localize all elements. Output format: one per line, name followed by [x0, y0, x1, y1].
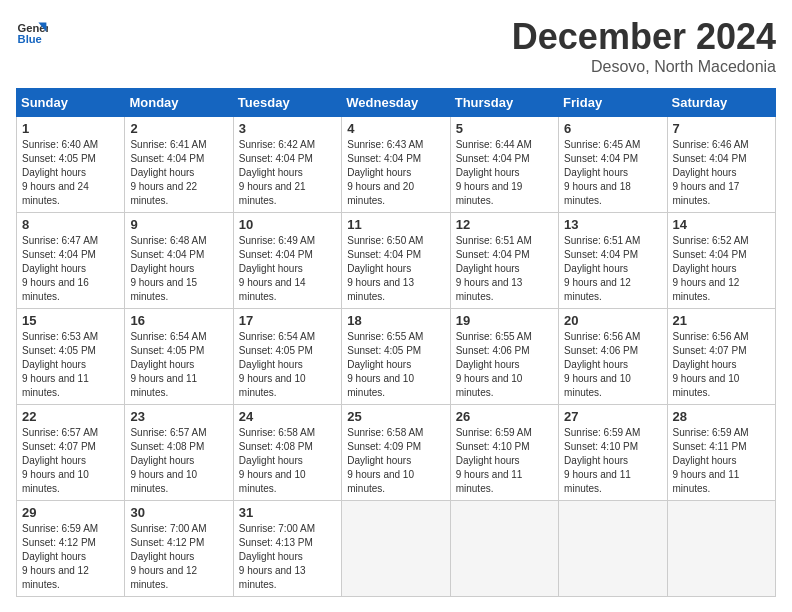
day-number: 4 — [347, 121, 444, 136]
cell-info: Sunrise: 6:49 AMSunset: 4:04 PMDaylight … — [239, 235, 315, 302]
col-friday: Friday — [559, 89, 667, 117]
cell-info: Sunrise: 6:53 AMSunset: 4:05 PMDaylight … — [22, 331, 98, 398]
week-row-1: 1 Sunrise: 6:40 AMSunset: 4:05 PMDayligh… — [17, 117, 776, 213]
day-number: 10 — [239, 217, 336, 232]
day-cell-11: 11 Sunrise: 6:50 AMSunset: 4:04 PMDaylig… — [342, 213, 450, 309]
cell-info: Sunrise: 7:00 AMSunset: 4:13 PMDaylight … — [239, 523, 315, 590]
day-cell-15: 15 Sunrise: 6:53 AMSunset: 4:05 PMDaylig… — [17, 309, 125, 405]
svg-text:Blue: Blue — [18, 33, 42, 45]
day-cell-20: 20 Sunrise: 6:56 AMSunset: 4:06 PMDaylig… — [559, 309, 667, 405]
day-cell-10: 10 Sunrise: 6:49 AMSunset: 4:04 PMDaylig… — [233, 213, 341, 309]
day-cell-30: 30 Sunrise: 7:00 AMSunset: 4:12 PMDaylig… — [125, 501, 233, 597]
day-cell-29: 29 Sunrise: 6:59 AMSunset: 4:12 PMDaylig… — [17, 501, 125, 597]
cell-info: Sunrise: 6:48 AMSunset: 4:04 PMDaylight … — [130, 235, 206, 302]
day-number: 25 — [347, 409, 444, 424]
cell-info: Sunrise: 6:42 AMSunset: 4:04 PMDaylight … — [239, 139, 315, 206]
cell-info: Sunrise: 6:59 AMSunset: 4:10 PMDaylight … — [564, 427, 640, 494]
day-number: 22 — [22, 409, 119, 424]
day-number: 14 — [673, 217, 770, 232]
col-wednesday: Wednesday — [342, 89, 450, 117]
month-year: December 2024 — [512, 16, 776, 58]
day-number: 20 — [564, 313, 661, 328]
empty-cell — [450, 501, 558, 597]
cell-info: Sunrise: 6:58 AMSunset: 4:08 PMDaylight … — [239, 427, 315, 494]
day-number: 8 — [22, 217, 119, 232]
day-cell-13: 13 Sunrise: 6:51 AMSunset: 4:04 PMDaylig… — [559, 213, 667, 309]
cell-info: Sunrise: 6:54 AMSunset: 4:05 PMDaylight … — [130, 331, 206, 398]
cell-info: Sunrise: 6:43 AMSunset: 4:04 PMDaylight … — [347, 139, 423, 206]
day-number: 24 — [239, 409, 336, 424]
day-number: 17 — [239, 313, 336, 328]
empty-cell — [667, 501, 775, 597]
col-thursday: Thursday — [450, 89, 558, 117]
cell-info: Sunrise: 7:00 AMSunset: 4:12 PMDaylight … — [130, 523, 206, 590]
col-monday: Monday — [125, 89, 233, 117]
day-number: 27 — [564, 409, 661, 424]
title-area: December 2024 Desovo, North Macedonia — [512, 16, 776, 76]
calendar-table: Sunday Monday Tuesday Wednesday Thursday… — [16, 88, 776, 597]
day-number: 30 — [130, 505, 227, 520]
day-number: 3 — [239, 121, 336, 136]
day-cell-22: 22 Sunrise: 6:57 AMSunset: 4:07 PMDaylig… — [17, 405, 125, 501]
day-cell-7: 7 Sunrise: 6:46 AMSunset: 4:04 PMDayligh… — [667, 117, 775, 213]
day-number: 29 — [22, 505, 119, 520]
col-saturday: Saturday — [667, 89, 775, 117]
day-cell-24: 24 Sunrise: 6:58 AMSunset: 4:08 PMDaylig… — [233, 405, 341, 501]
week-row-5: 29 Sunrise: 6:59 AMSunset: 4:12 PMDaylig… — [17, 501, 776, 597]
week-row-4: 22 Sunrise: 6:57 AMSunset: 4:07 PMDaylig… — [17, 405, 776, 501]
day-number: 5 — [456, 121, 553, 136]
header: General Blue December 2024 Desovo, North… — [16, 16, 776, 76]
empty-cell — [342, 501, 450, 597]
day-cell-14: 14 Sunrise: 6:52 AMSunset: 4:04 PMDaylig… — [667, 213, 775, 309]
day-cell-4: 4 Sunrise: 6:43 AMSunset: 4:04 PMDayligh… — [342, 117, 450, 213]
empty-cell — [559, 501, 667, 597]
day-number: 26 — [456, 409, 553, 424]
day-cell-26: 26 Sunrise: 6:59 AMSunset: 4:10 PMDaylig… — [450, 405, 558, 501]
day-number: 16 — [130, 313, 227, 328]
cell-info: Sunrise: 6:51 AMSunset: 4:04 PMDaylight … — [456, 235, 532, 302]
cell-info: Sunrise: 6:56 AMSunset: 4:06 PMDaylight … — [564, 331, 640, 398]
day-cell-31: 31 Sunrise: 7:00 AMSunset: 4:13 PMDaylig… — [233, 501, 341, 597]
cell-info: Sunrise: 6:47 AMSunset: 4:04 PMDaylight … — [22, 235, 98, 302]
day-cell-3: 3 Sunrise: 6:42 AMSunset: 4:04 PMDayligh… — [233, 117, 341, 213]
cell-info: Sunrise: 6:50 AMSunset: 4:04 PMDaylight … — [347, 235, 423, 302]
cell-info: Sunrise: 6:41 AMSunset: 4:04 PMDaylight … — [130, 139, 206, 206]
day-cell-5: 5 Sunrise: 6:44 AMSunset: 4:04 PMDayligh… — [450, 117, 558, 213]
day-cell-9: 9 Sunrise: 6:48 AMSunset: 4:04 PMDayligh… — [125, 213, 233, 309]
day-number: 12 — [456, 217, 553, 232]
day-cell-12: 12 Sunrise: 6:51 AMSunset: 4:04 PMDaylig… — [450, 213, 558, 309]
day-number: 19 — [456, 313, 553, 328]
cell-info: Sunrise: 6:55 AMSunset: 4:06 PMDaylight … — [456, 331, 532, 398]
cell-info: Sunrise: 6:52 AMSunset: 4:04 PMDaylight … — [673, 235, 749, 302]
cell-info: Sunrise: 6:59 AMSunset: 4:11 PMDaylight … — [673, 427, 749, 494]
day-cell-28: 28 Sunrise: 6:59 AMSunset: 4:11 PMDaylig… — [667, 405, 775, 501]
day-number: 9 — [130, 217, 227, 232]
day-number: 11 — [347, 217, 444, 232]
day-cell-18: 18 Sunrise: 6:55 AMSunset: 4:05 PMDaylig… — [342, 309, 450, 405]
day-number: 28 — [673, 409, 770, 424]
day-cell-17: 17 Sunrise: 6:54 AMSunset: 4:05 PMDaylig… — [233, 309, 341, 405]
day-cell-19: 19 Sunrise: 6:55 AMSunset: 4:06 PMDaylig… — [450, 309, 558, 405]
day-cell-21: 21 Sunrise: 6:56 AMSunset: 4:07 PMDaylig… — [667, 309, 775, 405]
week-row-3: 15 Sunrise: 6:53 AMSunset: 4:05 PMDaylig… — [17, 309, 776, 405]
cell-info: Sunrise: 6:58 AMSunset: 4:09 PMDaylight … — [347, 427, 423, 494]
day-number: 21 — [673, 313, 770, 328]
cell-info: Sunrise: 6:57 AMSunset: 4:07 PMDaylight … — [22, 427, 98, 494]
cell-info: Sunrise: 6:40 AMSunset: 4:05 PMDaylight … — [22, 139, 98, 206]
cell-info: Sunrise: 6:51 AMSunset: 4:04 PMDaylight … — [564, 235, 640, 302]
day-number: 18 — [347, 313, 444, 328]
header-row: Sunday Monday Tuesday Wednesday Thursday… — [17, 89, 776, 117]
cell-info: Sunrise: 6:56 AMSunset: 4:07 PMDaylight … — [673, 331, 749, 398]
location: Desovo, North Macedonia — [512, 58, 776, 76]
cell-info: Sunrise: 6:55 AMSunset: 4:05 PMDaylight … — [347, 331, 423, 398]
cell-info: Sunrise: 6:59 AMSunset: 4:12 PMDaylight … — [22, 523, 98, 590]
day-number: 6 — [564, 121, 661, 136]
day-number: 7 — [673, 121, 770, 136]
logo-icon: General Blue — [16, 16, 48, 48]
day-cell-23: 23 Sunrise: 6:57 AMSunset: 4:08 PMDaylig… — [125, 405, 233, 501]
day-cell-27: 27 Sunrise: 6:59 AMSunset: 4:10 PMDaylig… — [559, 405, 667, 501]
col-tuesday: Tuesday — [233, 89, 341, 117]
cell-info: Sunrise: 6:54 AMSunset: 4:05 PMDaylight … — [239, 331, 315, 398]
day-number: 31 — [239, 505, 336, 520]
col-sunday: Sunday — [17, 89, 125, 117]
